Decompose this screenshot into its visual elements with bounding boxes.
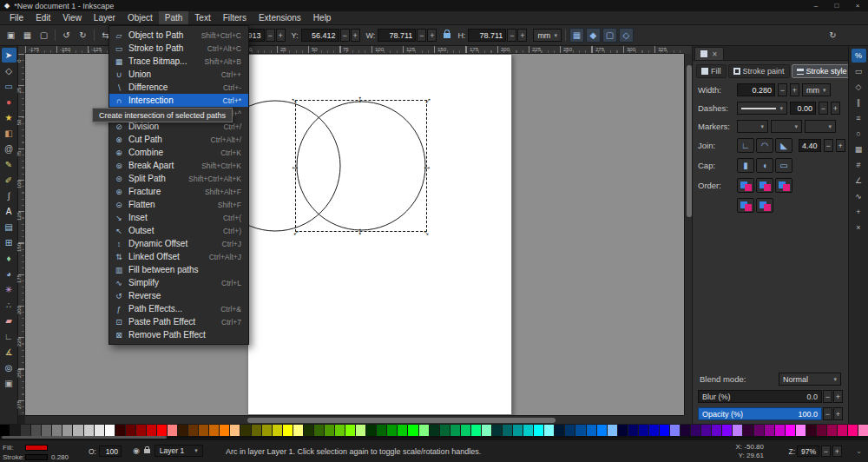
menu-item-combine[interactable]: ⊕CombineCtrl+K [109,146,248,159]
statusbar-expander[interactable]: ⌄ [856,447,862,455]
stroke-width-input[interactable]: 0.280 [737,83,775,96]
minimize-button[interactable]: – [806,0,826,11]
palette-swatch-15[interactable] [157,425,167,436]
palette-swatch-45[interactable] [471,425,481,436]
menu-view[interactable]: View [56,11,88,24]
palette-swatch-10[interactable] [105,425,115,436]
palette-swatch-57[interactable] [597,425,607,436]
palette-swatch-75[interactable] [786,425,795,436]
spray-tool[interactable]: ∴ [2,298,16,313]
palette-swatch-40[interactable] [419,425,429,436]
blur-slider[interactable]: Blur (%) 0.0 [698,390,822,403]
palette-swatch-14[interactable] [147,425,156,436]
text-tool[interactable]: A [2,204,16,219]
ellipse-tool[interactable]: ● [2,95,16,109]
width-increment-button[interactable]: + [427,29,437,42]
menu-item-flatten[interactable]: ⊝FlattenShift+F [109,198,248,211]
miter-limit-input[interactable]: 4.40 [799,139,821,152]
palette-swatch-69[interactable] [722,425,732,436]
palette-swatch-39[interactable] [408,425,418,436]
menu-item-split-path[interactable]: ⊜Split PathShift+Ctrl+Alt+K [109,172,248,185]
scale-handle[interactable]: ↔ [423,162,432,171]
dialog-close-icon[interactable]: ✕ [712,50,718,58]
maximize-button[interactable]: □ [826,0,847,11]
menu-item-outset[interactable]: ↖OutsetCtrl+) [109,224,248,237]
box3d-tool[interactable]: ◧ [2,126,16,141]
palette-swatch-72[interactable] [754,425,764,436]
palette-swatch-1[interactable] [10,425,20,436]
palette-swatch-3[interactable] [31,425,41,436]
vertical-ruler[interactable]: 0255075100125150175200225250275 [18,54,25,415]
menu-item-path-effects[interactable]: ƒPath Effects...Ctrl+& [109,302,248,315]
paint-order-button-3[interactable] [775,178,792,193]
snap-global-icon[interactable]: % [852,49,866,63]
join-round-button[interactable]: ◠ [756,138,773,153]
palette-swatch-73[interactable] [765,425,774,436]
menu-extensions[interactable]: Extensions [253,11,307,24]
palette-swatch-31[interactable] [325,425,334,436]
layer-visibility-icon[interactable]: ◉ [133,446,140,455]
palette-swatch-52[interactable] [544,425,554,436]
bucket-tool[interactable]: ◕ [2,267,16,281]
menu-item-union[interactable]: ∪UnionCtrl++ [109,68,248,81]
pencil-tool[interactable]: ✎ [2,157,16,172]
menu-item-break-apart[interactable]: ⊚Break ApartShift+Ctrl+K [109,159,248,172]
palette-swatch-70[interactable] [733,425,742,436]
eraser-tool[interactable]: ▰ [2,314,16,328]
palette-swatch-81[interactable] [848,425,858,436]
menu-layer[interactable]: Layer [88,11,122,24]
menu-edit[interactable]: Edit [30,11,56,24]
stroke-width-increment[interactable]: + [790,83,799,96]
palette-swatch-13[interactable] [136,425,146,436]
palette-swatch-55[interactable] [575,425,585,436]
miter-limit-increment[interactable]: + [836,139,845,152]
palette-swatch-79[interactable] [827,425,837,436]
palette-swatch-35[interactable] [366,425,376,436]
palette-swatch-23[interactable] [240,425,250,436]
menu-item-simplify[interactable]: ∿SimplifyCtrl+L [109,276,248,289]
layer-lock-icon[interactable] [144,449,150,453]
palette-swatch-11[interactable] [115,425,125,436]
pen-tool[interactable]: ✐ [2,173,16,188]
palette-swatch-63[interactable] [660,425,669,436]
miter-limit-decrement[interactable]: − [824,139,833,152]
y-decrement-button[interactable]: − [340,29,350,42]
palette-swatch-54[interactable] [565,425,575,436]
selector-tool[interactable]: ➤ [2,48,16,63]
stroke-color-swatch[interactable] [25,454,48,460]
snap-paths-icon[interactable]: ∿ [852,189,866,203]
palette-swatch-17[interactable] [178,425,187,436]
x-increment-button[interactable]: + [276,29,286,42]
stroke-width-decrement[interactable]: − [778,83,787,96]
menu-path[interactable]: Path [159,11,189,24]
marker-mid-select[interactable]: ▾ [771,120,802,133]
y-input[interactable]: 56.412 [301,29,339,42]
fill-color-swatch[interactable] [25,445,48,451]
snap-settings-icon[interactable]: × [852,221,866,234]
menu-item-reverse[interactable]: ↺Reverse [109,289,248,302]
paint-order-button-1[interactable] [737,178,754,193]
palette-swatch-51[interactable] [534,425,543,436]
stroke-width-unit-select[interactable]: mm ▾ [802,83,831,96]
menu-item-inset[interactable]: ↘InsetCtrl+( [109,211,248,224]
palette-swatch-66[interactable] [691,425,700,436]
opacity-increment[interactable]: + [833,407,843,420]
palette-swatch-48[interactable] [503,425,512,436]
palette-swatch-60[interactable] [628,425,638,436]
select-all-icon[interactable]: ▣ [3,28,18,43]
menu-item-stroke-to-path[interactable]: ▭Stroke to PathCtrl+Alt+C [109,42,248,55]
palette-swatch-34[interactable] [356,425,365,436]
menu-item-fracture[interactable]: ⊛FractureShift+Alt+F [109,185,248,198]
snap-alignment-icon[interactable]: ∥ [852,96,866,109]
menu-help[interactable]: Help [307,11,338,24]
palette-swatch-19[interactable] [199,425,208,436]
palette-swatch-16[interactable] [168,425,177,436]
mesh-tool[interactable]: ⊞ [2,235,16,250]
deselect-icon[interactable]: ▢ [36,28,51,43]
palette-swatch-64[interactable] [670,425,680,436]
close-button[interactable]: × [847,0,868,11]
scale-handle[interactable]: ↔ [291,162,300,171]
snap-guides-icon[interactable]: ∠ [852,174,866,188]
palette-swatch-12[interactable] [126,425,135,436]
selection-box[interactable] [295,100,427,232]
